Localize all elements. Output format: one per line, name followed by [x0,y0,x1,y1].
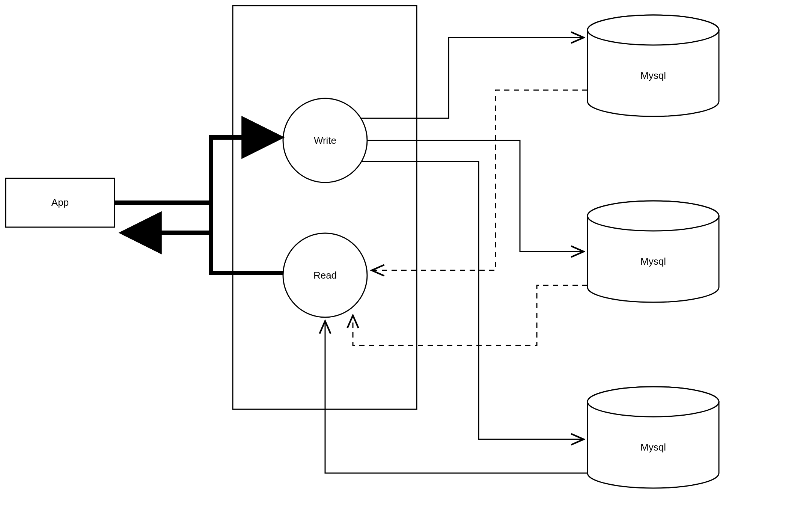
edge-app-trunk [114,135,283,275]
svg-point-8 [588,387,719,417]
app-label: App [51,197,69,208]
db1-node: Mysql [588,15,719,116]
edge-db1-to-read [372,90,588,270]
write-label: Write [314,135,336,146]
svg-point-4 [588,15,719,45]
edge-write-to-db3 [362,161,584,439]
db1-label: Mysql [640,70,666,81]
architecture-diagram: App Write Read Mysql Mysql Mysql [0,0,812,508]
db3-node: Mysql [588,387,719,488]
read-label: Read [313,270,337,281]
read-node: Read [283,233,367,317]
edge-db3-to-read [325,321,588,473]
db2-node: Mysql [588,201,719,302]
db2-label: Mysql [640,256,666,267]
edge-write-to-db2 [367,140,584,252]
svg-point-6 [588,201,719,231]
app-node: App [6,178,114,227]
db3-label: Mysql [640,442,666,453]
edge-write-to-db1 [360,38,584,118]
write-node: Write [283,98,367,182]
edge-db2-to-read [353,285,588,345]
